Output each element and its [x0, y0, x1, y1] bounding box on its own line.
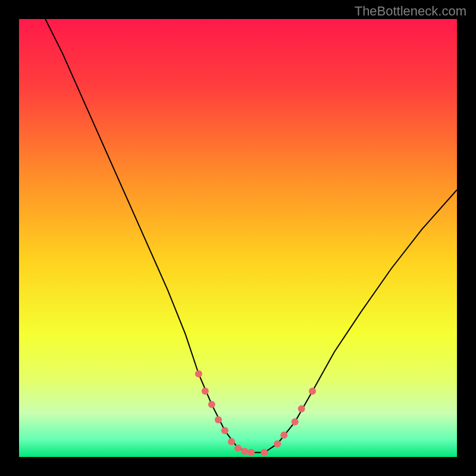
marker-dot [228, 438, 235, 445]
watermark-text: TheBottleneck.com [355, 4, 466, 19]
marker-dot [261, 449, 268, 456]
marker-dot [309, 388, 316, 395]
chart-svg [19, 19, 457, 457]
marker-dot [202, 388, 209, 395]
gradient-background [19, 19, 457, 457]
marker-dot [234, 444, 242, 452]
marker-dot [215, 416, 222, 423]
marker-dot [195, 370, 202, 377]
marker-dot [241, 447, 248, 455]
marker-dot [274, 440, 281, 447]
marker-dot [221, 427, 228, 434]
plot-area [19, 19, 457, 457]
marker-dot [280, 431, 287, 439]
marker-dot [208, 401, 215, 408]
marker-dot [292, 418, 299, 425]
marker-dot [298, 405, 305, 412]
marker-dot [248, 449, 255, 456]
